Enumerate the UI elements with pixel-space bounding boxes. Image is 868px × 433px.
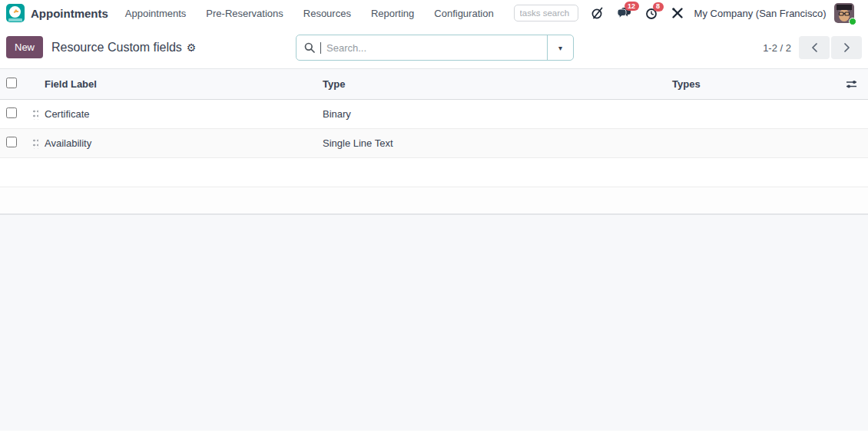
pager-next-button[interactable] xyxy=(831,36,862,59)
menu-pre-reservations[interactable]: Pre-Reservations xyxy=(206,8,283,19)
new-button[interactable]: New xyxy=(6,36,43,58)
pager-value: 1-2 / 2 xyxy=(763,42,791,54)
user-menu[interactable] xyxy=(834,3,854,23)
top-navbar: Appointments Appointments Pre-Reservatio… xyxy=(0,0,868,26)
pager-previous-button[interactable] xyxy=(799,36,830,59)
sliders-icon xyxy=(846,79,857,89)
action-gear-icon[interactable]: ⚙ xyxy=(187,41,197,54)
row-checkbox-cell xyxy=(0,107,23,121)
drag-handle-icon[interactable] xyxy=(32,109,38,120)
control-panel: New Resource Custom fields ⚙ Search... ▾… xyxy=(0,26,868,69)
chevron-right-icon xyxy=(843,43,850,52)
empty-list-band xyxy=(0,158,868,187)
menu-appointments[interactable]: Appointments xyxy=(125,8,187,19)
online-status-dot xyxy=(849,18,856,25)
page-title: Resource Custom fields xyxy=(51,41,182,55)
cell-type[interactable]: Binary xyxy=(323,108,672,120)
chevron-left-icon xyxy=(811,43,818,52)
row-checkbox-cell xyxy=(0,137,23,150)
activities-menu[interactable]: 8 xyxy=(645,7,658,20)
systray: 12 8 xyxy=(591,6,684,20)
search-bar[interactable]: Search... ▾ xyxy=(296,35,574,61)
pager: 1-2 / 2 xyxy=(763,36,862,59)
optional-columns-button[interactable] xyxy=(846,79,857,89)
circle-slash-icon xyxy=(591,6,604,20)
messages-badge: 12 xyxy=(624,2,639,11)
main-menu: Appointments Pre-Reservations Resources … xyxy=(125,8,494,19)
crossed-tools-icon xyxy=(671,7,684,19)
chevron-down-icon: ▾ xyxy=(558,44,562,52)
search-options-toggle[interactable]: ▾ xyxy=(547,35,573,60)
search-input[interactable]: Search... xyxy=(297,42,547,54)
app-name[interactable]: Appointments xyxy=(31,7,108,20)
column-header-type[interactable]: Type xyxy=(323,78,672,90)
select-all-checkbox-cell xyxy=(0,78,23,91)
table-row[interactable]: Certificate Binary xyxy=(0,100,868,129)
menu-reporting[interactable]: Reporting xyxy=(371,8,414,19)
presence-status-icon[interactable] xyxy=(591,6,604,20)
list-header-row: Field Label Type Types xyxy=(0,69,868,100)
activities-badge: 8 xyxy=(653,2,664,12)
cell-field-label[interactable]: Certificate xyxy=(45,108,323,120)
cell-field-label[interactable]: Availability xyxy=(45,137,323,149)
menu-configuration[interactable]: Configuration xyxy=(434,8,493,19)
appointments-app-icon[interactable] xyxy=(6,4,25,22)
page-background xyxy=(0,215,868,431)
company-switcher[interactable]: My Company (San Francisco) xyxy=(694,8,827,19)
tasks-search-input[interactable] xyxy=(514,5,578,21)
text-cursor xyxy=(320,42,321,54)
column-header-types[interactable]: Types xyxy=(672,78,834,90)
column-header-field-label[interactable]: Field Label xyxy=(45,78,323,90)
row-checkbox[interactable] xyxy=(6,107,17,118)
messages-menu[interactable]: 12 xyxy=(617,6,632,20)
list-bottom-band xyxy=(0,187,868,215)
table-row[interactable]: Availability Single Line Text xyxy=(0,129,868,158)
cell-type[interactable]: Single Line Text xyxy=(323,137,672,149)
row-checkbox[interactable] xyxy=(6,137,17,147)
tools-menu[interactable] xyxy=(671,7,684,19)
search-placeholder: Search... xyxy=(326,42,366,54)
search-icon xyxy=(304,42,315,53)
select-all-checkbox[interactable] xyxy=(6,78,17,88)
drag-handle-icon[interactable] xyxy=(32,138,38,149)
menu-resources[interactable]: Resources xyxy=(303,8,351,19)
